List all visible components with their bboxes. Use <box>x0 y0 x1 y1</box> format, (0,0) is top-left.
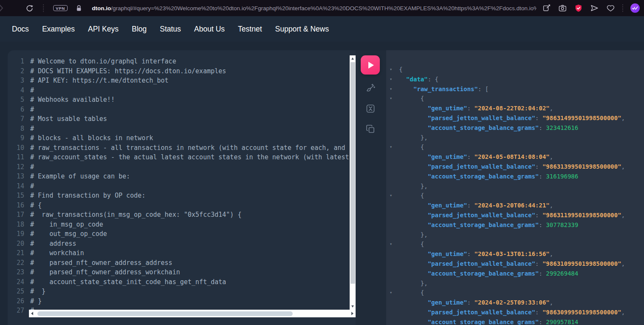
adblock-shield-icon[interactable] <box>574 4 583 13</box>
vertical-scroll-thumb[interactable] <box>350 62 355 284</box>
merge-fragments-button[interactable] <box>365 104 376 114</box>
editor-line: 24# account_state_state_init_code_has_ge… <box>8 277 356 287</box>
line-text: # } <box>30 296 42 306</box>
line-text: # raw_account_states - the actual latest… <box>30 152 349 162</box>
editor-line: 21# workchain <box>8 248 356 258</box>
line-text: # { <box>30 201 42 210</box>
jetton-balance-value: 98631199501998500000 <box>542 212 621 219</box>
editor-line: 10# raw_transactions - all transactions … <box>8 143 356 153</box>
editor-line: 8# <box>8 124 356 134</box>
screenshot-camera-icon[interactable] <box>558 4 567 12</box>
horizontal-scroll-thumb[interactable] <box>37 311 293 316</box>
jetton-balance-value: 98631499501998500000 <box>542 115 621 121</box>
collapse-icon[interactable]: ▾ <box>390 75 392 84</box>
nav-item-about-us[interactable]: About Us <box>194 25 225 34</box>
nav-item-api-keys[interactable]: API Keys <box>88 25 119 34</box>
nav-item-blog[interactable]: Blog <box>132 25 147 34</box>
chrome-actions <box>542 3 640 13</box>
line-number: 4 <box>8 86 24 95</box>
json-row: ▾{ <box>386 94 644 104</box>
editor-line: 18# in_msg_op_code <box>8 220 356 230</box>
nav-item-docs[interactable]: Docs <box>12 25 29 34</box>
line-number: 10 <box>8 143 24 153</box>
vpn-badge[interactable]: VPN <box>53 5 68 12</box>
response-pane: ▾{ ▾data: { ▾raw_transactions: [ ▾{ gen_… <box>386 50 644 325</box>
forward-chevron-icon[interactable] <box>0 3 3 13</box>
line-text: # in_msg_op_code <box>30 220 103 230</box>
nav-item-testnet[interactable]: Testnet <box>238 25 262 34</box>
line-number: 22 <box>8 258 24 268</box>
copy-query-button[interactable] <box>365 124 376 134</box>
editor-line: 7# Most usable tables <box>8 114 356 124</box>
line-text: # <box>30 162 34 172</box>
line-text: # account_state_state_init_code_has_get_… <box>30 277 226 287</box>
editor-line: 20# address <box>8 239 356 249</box>
json-row: gen_utime: 2024-05-08T14:08:04, <box>386 152 644 162</box>
gen-utime-value: 2024-03-20T06:44:21 <box>474 202 550 209</box>
editor-line: 23# parsed_nft_owner_address_workchain <box>8 267 356 277</box>
line-text: # API KEY: https://t.me/dtontech_bot <box>30 76 168 86</box>
line-number: 27 <box>8 306 24 316</box>
editor-line: 14# <box>8 181 356 191</box>
collapse-icon[interactable]: ▾ <box>390 94 392 104</box>
line-text: # <box>30 86 34 95</box>
execute-query-button[interactable] <box>361 55 380 75</box>
collapse-icon[interactable]: ▾ <box>390 65 392 75</box>
nav-item-status[interactable]: Status <box>160 25 181 34</box>
execute-toolbar <box>356 50 386 325</box>
favorites-heart-icon[interactable] <box>606 4 615 12</box>
line-text: # raw_transactions - all transactions in… <box>30 143 345 153</box>
collapse-icon[interactable]: ▾ <box>390 288 392 298</box>
query-editor[interactable]: 1# Welcome to dton.io/graphql interface … <box>8 50 356 325</box>
scroll-left-arrow-icon[interactable] <box>31 312 33 315</box>
line-text: # workchain <box>30 248 84 258</box>
line-text: # address <box>30 239 76 249</box>
url-path: /graphql/#query=%23%20Welcome%20to%20dto… <box>111 5 536 12</box>
scroll-up-arrow-icon[interactable] <box>351 58 354 60</box>
chrome-divider <box>43 4 44 12</box>
collapse-icon[interactable]: ▾ <box>390 142 392 152</box>
json-key: data <box>406 76 428 83</box>
editor-horizontal-scrollbar[interactable] <box>29 310 356 317</box>
line-number: 8 <box>8 124 24 134</box>
line-text: # } <box>30 287 46 296</box>
nav-item-examples[interactable]: Examples <box>42 25 75 34</box>
collapse-icon[interactable]: ▾ <box>390 191 392 201</box>
prettify-button[interactable] <box>365 83 376 93</box>
line-text: # Most usable tables <box>30 114 107 124</box>
json-key: raw_transactions <box>413 86 478 92</box>
jetton-balance-value: 98631099501998500000 <box>542 260 621 267</box>
lock-icon[interactable] <box>76 5 82 12</box>
editor-line: 19# out_msg_op_code <box>8 229 356 239</box>
nav-item-support-news[interactable]: Support & News <box>275 25 329 34</box>
address-bar[interactable]: dton.io/graphql/#query=%23%20Welcome%20t… <box>92 5 536 12</box>
jetton-balance-value: 98631399501998500000 <box>542 163 621 170</box>
line-number: 13 <box>8 172 24 181</box>
line-number: 16 <box>8 201 24 210</box>
edit-bookmark-icon[interactable] <box>542 4 551 12</box>
reload-icon[interactable] <box>26 4 34 12</box>
editor-line: 5# Webhooks available!! <box>8 95 356 105</box>
line-number: 9 <box>8 133 24 143</box>
collapse-icon[interactable]: ▾ <box>390 239 392 249</box>
chrome-divider <box>622 4 623 12</box>
editor-line: 26# } <box>8 296 356 306</box>
editor-line: 3# API KEY: https://t.me/dtontech_bot <box>8 76 356 86</box>
editor-line: 6# <box>8 105 356 115</box>
line-number: 20 <box>8 239 24 249</box>
json-row: }, <box>386 181 644 191</box>
collapse-icon[interactable]: ▾ <box>390 84 392 94</box>
line-number: 6 <box>8 105 24 115</box>
json-row: ▾{ <box>386 142 644 152</box>
scroll-down-arrow-icon[interactable] <box>351 305 354 308</box>
line-text: # <box>30 124 34 134</box>
browser-chrome: VPN dton.io/graphql/#query=%23%20Welcome… <box>0 0 644 16</box>
profile-icon[interactable] <box>630 3 640 13</box>
line-number: 3 <box>8 76 24 86</box>
editor-line: 15# Find transaction by OP code: <box>8 191 356 201</box>
line-number: 26 <box>8 296 24 306</box>
scroll-right-arrow-icon[interactable] <box>351 312 353 315</box>
send-icon[interactable] <box>590 4 599 12</box>
editor-vertical-scrollbar[interactable] <box>350 55 356 310</box>
storage-balance-value: 316196986 <box>546 173 578 180</box>
